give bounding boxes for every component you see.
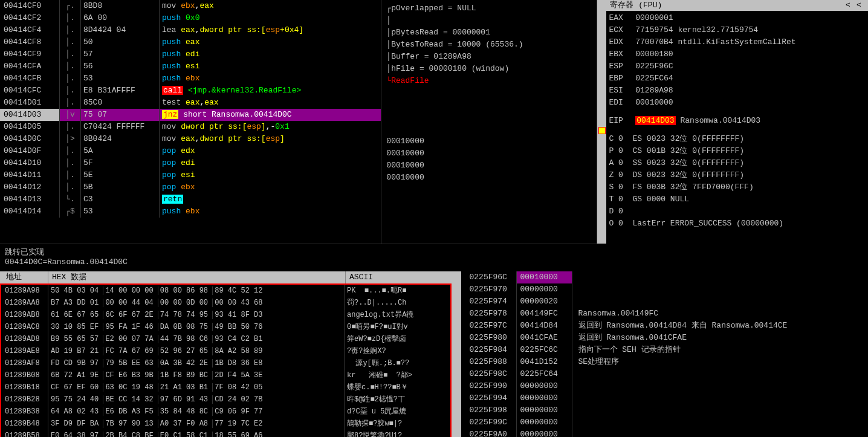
- hex-row[interactable]: 01289AB861 6E 67 65 6C 6F 67 2E 74 78 74…: [1, 309, 450, 321]
- disasm-row[interactable]: 00414CFA│.56push esi: [0, 60, 381, 73]
- hex-row[interactable]: 01289B086B 72 A1 9E CF E6 B3 9B 1B F8 B9…: [1, 369, 450, 381]
- disasm-row[interactable]: 00414CFB│.53push ebx: [0, 73, 381, 85]
- flag-line[interactable]: S 0 FS 003B 32位 7FFD7000(FFF): [609, 181, 866, 193]
- disasm-row[interactable]: 00414D03│v75 07jnz short Ransomwa.00414D…: [0, 109, 381, 121]
- hex-header-addr: 地址: [0, 271, 48, 283]
- hex-ascii: 罚?..D|.....Ch: [345, 297, 450, 309]
- hex-scrollbar[interactable]: [452, 271, 461, 437]
- flag-line[interactable]: A 0 SS 0023 32位 0(FFFFFFFF): [609, 157, 866, 169]
- disasm-address[interactable]: 00414CF9: [0, 48, 59, 60]
- disasm-row[interactable]: 00414D10│.5Fpop edi: [0, 157, 381, 169]
- register-line[interactable]: EDI 00010000: [609, 97, 866, 109]
- disasm-address[interactable]: 00414CF4: [0, 24, 59, 36]
- disasm-address[interactable]: 00414D03: [0, 109, 59, 121]
- stack-row[interactable]: 0225F97400000020: [461, 296, 868, 308]
- stack-row[interactable]: 0225F99800000000: [461, 404, 868, 416]
- stack-row[interactable]: 0225F978004149FCRansomwa.004149FC: [461, 308, 868, 320]
- disasm-address[interactable]: 00414D14: [0, 206, 59, 218]
- disasm-row[interactable]: 00414D11│.5Epop esi: [0, 169, 381, 181]
- flag-line[interactable]: P 0 CS 001B 32位 0(FFFFFFFF): [609, 145, 866, 157]
- stack-row[interactable]: 0225F9880041D152SE处理程序: [461, 356, 868, 368]
- flag-line[interactable]: [609, 230, 866, 242]
- info-pane[interactable]: ┌pOverlapped = NULL││pBytesRead = 000000…: [381, 0, 597, 244]
- disasm-row[interactable]: 00414CF8│.50push eax: [0, 36, 381, 48]
- disasm-row[interactable]: 00414D12│.5Bpop ebx: [0, 181, 381, 193]
- disasm-address[interactable]: 00414CF2: [0, 12, 59, 24]
- disasm-address[interactable]: 00414CF0: [0, 0, 59, 12]
- stack-value: 00000000: [517, 392, 572, 404]
- register-line[interactable]: ESI 01289A98: [609, 85, 866, 97]
- hex-row[interactable]: 01289AD8B9 55 65 57 E2 00 07 7A 44 7B 98…: [1, 333, 450, 345]
- disasm-row[interactable]: 00414D05│.C70424 FFFFFFmov dword ptr ss:…: [0, 121, 381, 133]
- disasm-row[interactable]: 00414D01│.85C0test eax,eax: [0, 97, 381, 109]
- stack-row[interactable]: 0225F97000000000: [461, 283, 868, 296]
- disassembly-pane[interactable]: 00414CF0┌.8BD8mov ebx,eax00414CF2│.6A 00…: [0, 0, 381, 244]
- stack-row[interactable]: 0225F9800041CFAE返回到 Ransomwa.0041CFAE: [461, 332, 868, 344]
- disasm-row[interactable]: 00414CF9│.57push edi: [0, 48, 381, 60]
- register-line[interactable]: ESP 0225F96C: [609, 60, 866, 73]
- hex-row[interactable]: 01289B2895 75 24 40 BE CC 14 32 97 6D 91…: [1, 393, 450, 406]
- hex-dump-pane[interactable]: 地址 HEX 数据 ASCII 01289A9850 4B 03 04 14 0…: [0, 271, 452, 437]
- disasm-address[interactable]: 00414D12: [0, 181, 59, 193]
- hex-row[interactable]: 01289B3864 A8 02 43 E6 DB A3 F5 35 84 48…: [1, 406, 450, 418]
- disasm-address[interactable]: 00414D0C: [0, 133, 59, 145]
- disasm-address[interactable]: 00414CFA: [0, 60, 59, 73]
- disasm-instruction: retn: [160, 193, 381, 206]
- stack-row[interactable]: 0225F99C00000000: [461, 416, 868, 429]
- eip-line[interactable]: EIP 00414D03 Ransomwa.00414D03: [609, 115, 866, 127]
- disasm-row[interactable]: 00414D0C│>8B0424mov eax,dword ptr ss:[es…: [0, 133, 381, 145]
- register-line[interactable]: ECX 77159754 kernel32.77159754: [609, 24, 866, 36]
- hex-row[interactable]: 01289B18CF 67 EF 60 63 0C 19 48 21 A1 03…: [1, 381, 450, 393]
- register-line[interactable]: EBX 00000180: [609, 48, 866, 60]
- disasm-row[interactable]: 00414CF0┌.8BD8mov ebx,eax: [0, 0, 381, 12]
- registers-pane[interactable]: 寄存器 (FPU) << EAX 00000001 ECX 77159754 k…: [606, 0, 868, 244]
- hex-body[interactable]: 01289A9850 4B 03 04 14 00 00 00 08 00 86…: [0, 283, 452, 437]
- stack-row[interactable]: 0225F96C00010000: [461, 271, 868, 283]
- breakpoint-marker[interactable]: [598, 127, 606, 134]
- disasm-row[interactable]: 00414CF2│.6A 00push 0x0: [0, 12, 381, 24]
- disasm-address[interactable]: 00414D10: [0, 157, 59, 169]
- stack-row[interactable]: 0225F9A000000000: [461, 429, 868, 437]
- disasm-row[interactable]: 00414D0F│.5Apop edx: [0, 145, 381, 157]
- disasm-address[interactable]: 00414D01: [0, 97, 59, 109]
- disasm-address[interactable]: 00414D13: [0, 193, 59, 206]
- flag-line[interactable]: O 0 LastErr ERROR_SUCCESS (00000000): [609, 218, 866, 230]
- flag-line[interactable]: C 0 ES 0023 32位 0(FFFFFFFF): [609, 133, 866, 145]
- hex-row[interactable]: 01289AE8AD 19 B7 21 FC 7A 67 69 52 96 27…: [1, 345, 450, 357]
- disasm-row[interactable]: 00414D14┌$53push ebx: [0, 206, 381, 218]
- hex-row[interactable]: 01289AA8B7 A3 DD 01 00 00 44 04 00 00 0D…: [1, 297, 450, 309]
- stack-pane[interactable]: 0225F96C000100000225F970000000000225F974…: [461, 271, 868, 437]
- stack-row[interactable]: 0225F99000000000: [461, 380, 868, 392]
- disasm-row[interactable]: 00414CFC│.E8 B31AFFFFcall <jmp.&kernel32…: [0, 85, 381, 97]
- flag-line[interactable]: D 0: [609, 206, 866, 218]
- disasm-address[interactable]: 00414CFB: [0, 73, 59, 85]
- stack-value: 00000000: [517, 404, 572, 416]
- flag-line[interactable]: T 0 GS 0000 NULL: [609, 193, 866, 206]
- register-line[interactable]: EBP 0225FC64: [609, 73, 866, 85]
- hex-row[interactable]: 01289A9850 4B 03 04 14 00 00 00 08 00 86…: [1, 285, 450, 297]
- scrollbar-gutter[interactable]: [597, 0, 606, 244]
- disasm-row[interactable]: 00414D13└.C3retn: [0, 193, 381, 206]
- prev-icon[interactable]: <: [843, 0, 853, 11]
- hex-row[interactable]: 01289B58E0 64 38 97 2B B4 C8 BF E0 C1 58…: [1, 430, 450, 437]
- register-line[interactable]: EDX 770070B4 ntdll.KiFastSystemCallRet: [609, 36, 866, 48]
- stack-row[interactable]: 0225F99400000000: [461, 392, 868, 404]
- hex-row[interactable]: 01289B483F D9 DF BA 7B 97 90 13 A0 37 F0…: [1, 418, 450, 430]
- prev-icon-2[interactable]: <: [853, 0, 864, 11]
- hex-row[interactable]: 01289AC830 10 85 EF 95 FA 1F 46 DA 0B 08…: [1, 321, 450, 333]
- disasm-address[interactable]: 00414D0F: [0, 145, 59, 157]
- stack-row[interactable]: 0225F98C0225FC64: [461, 368, 868, 380]
- disasm-address[interactable]: 00414D05: [0, 121, 59, 133]
- disasm-address[interactable]: 00414D11: [0, 169, 59, 181]
- disasm-bytes: 75 07: [81, 109, 160, 121]
- info-line: │pBytesRead = 00000001: [386, 27, 592, 39]
- register-nav-buttons[interactable]: <<: [843, 0, 864, 11]
- disasm-row[interactable]: 00414CF4│.8D4424 04lea eax,dword ptr ss:…: [0, 24, 381, 36]
- register-line[interactable]: EAX 00000001: [609, 12, 866, 24]
- stack-row[interactable]: 0225F97C00414D84返回到 Ransomwa.00414D84 来自…: [461, 320, 868, 332]
- hex-row[interactable]: 01289AF8FD CD 9B 97 79 5B EE 63 0A 3B 42…: [1, 357, 450, 369]
- disasm-address[interactable]: 00414CF8: [0, 36, 59, 48]
- stack-row[interactable]: 0225F9840225FC6C指向下一个 SEH 记录的指针: [461, 344, 868, 356]
- disasm-address[interactable]: 00414CFC: [0, 85, 59, 97]
- flag-line[interactable]: Z 0 DS 0023 32位 0(FFFFFFFF): [609, 169, 866, 181]
